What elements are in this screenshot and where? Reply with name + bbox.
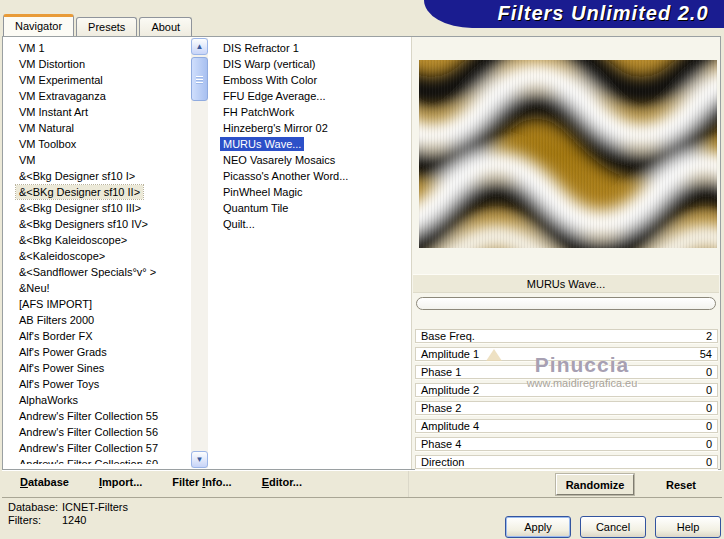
filter-list: DIS Refractor 1DIS Warp (vertical)Emboss… <box>215 40 407 464</box>
parameter-value: 2 <box>706 330 712 342</box>
parameter-label: Amplitude 1 <box>421 348 479 360</box>
import-button[interactable]: Import... <box>99 476 142 488</box>
title-band: Filters Unlimited 2.0 <box>424 0 724 28</box>
parameter-label: Phase 2 <box>421 402 461 414</box>
list-item[interactable]: &<Bkg Designers sf10 IV> <box>16 216 190 232</box>
list-item[interactable]: AlphaWorks <box>16 392 190 408</box>
parameter-slider-amplitude-4[interactable]: Amplitude 40 <box>415 419 718 433</box>
list-item[interactable]: Alf's Power Sines <box>16 360 190 376</box>
scrollbar-thumb[interactable] <box>191 57 208 101</box>
tab-bar: Navigator Presets About <box>3 14 194 36</box>
tab-navigator[interactable]: Navigator <box>3 14 74 36</box>
list-item[interactable]: AB Filters 2000 <box>16 312 190 328</box>
toolbar-divider <box>408 471 409 497</box>
main-panel: VM 1VM DistortionVM ExperimentalVM Extra… <box>2 36 721 470</box>
filter-info-button[interactable]: Filter Info... <box>172 476 231 488</box>
parameter-value: 0 <box>706 420 712 432</box>
category-list: VM 1VM DistortionVM ExperimentalVM Extra… <box>9 40 190 464</box>
parameter-slider-phase-1[interactable]: Phase 10 <box>415 365 718 379</box>
parameter-slider-phase-4[interactable]: Phase 40 <box>415 437 718 451</box>
list-item[interactable]: Alf's Border FX <box>16 328 190 344</box>
parameter-value: 0 <box>706 456 712 468</box>
cancel-button[interactable]: Cancel <box>580 516 646 538</box>
list-item[interactable]: DIS Warp (vertical) <box>220 56 407 72</box>
filters-count-value: 1240 <box>62 514 86 527</box>
list-item[interactable]: FFU Edge Average... <box>220 88 407 104</box>
parameter-label: Phase 4 <box>421 438 461 450</box>
progress-bar <box>416 297 716 310</box>
list-item[interactable]: VM Distortion <box>16 56 190 72</box>
list-item[interactable]: VM Instant Art <box>16 104 190 120</box>
parameter-slider-phase-2[interactable]: Phase 20 <box>415 401 718 415</box>
scroll-down-icon[interactable]: ▼ <box>191 451 208 468</box>
database-status-value: ICNET-Filters <box>62 501 128 514</box>
scroll-up-icon[interactable]: ▲ <box>191 38 208 55</box>
category-list-scrollbar[interactable]: ▲ ▼ <box>191 38 208 468</box>
parameter-label: Base Freq. <box>421 330 475 342</box>
apply-button[interactable]: Apply <box>505 516 571 538</box>
list-item[interactable]: DIS Refractor 1 <box>220 40 407 56</box>
parameter-label: Amplitude 2 <box>421 384 479 396</box>
preview-panel: MURUs Wave... Base Freq.2Amplitude 154Ph… <box>411 37 720 469</box>
list-item[interactable]: VM Toolbox <box>16 136 190 152</box>
parameter-slider-direction[interactable]: Direction0 <box>415 455 718 469</box>
list-item[interactable]: Quilt... <box>220 216 407 232</box>
parameter-sliders: Base Freq.2Amplitude 154Phase 10Amplitud… <box>415 329 718 473</box>
parameter-value: 0 <box>706 366 712 378</box>
database-menu-button[interactable]: Database <box>20 476 69 488</box>
list-item[interactable]: Alf's Power Toys <box>16 376 190 392</box>
preview-image[interactable] <box>419 60 717 248</box>
parameter-value: 54 <box>700 348 712 360</box>
list-item[interactable]: PinWheel Magic <box>220 184 407 200</box>
app-title: Filters Unlimited 2.0 <box>424 0 724 26</box>
list-item[interactable]: MURUs Wave... <box>220 136 407 152</box>
list-item[interactable]: VM <box>16 152 190 168</box>
list-item[interactable]: FH PatchWork <box>220 104 407 120</box>
list-item[interactable]: [AFS IMPORT] <box>16 296 190 312</box>
status-area: Database: ICNET-Filters Filters: 1240 <box>8 501 128 527</box>
bottom-toolbar: Database Import... Filter Info... Editor… <box>2 470 722 498</box>
list-item[interactable]: Picasso's Another Word... <box>220 168 407 184</box>
reset-button[interactable]: Reset <box>652 474 710 495</box>
tab-presets[interactable]: Presets <box>76 17 137 36</box>
list-item[interactable]: Andrew's Filter Collection 56 <box>16 424 190 440</box>
list-item[interactable]: Quantum Tile <box>220 200 407 216</box>
list-item[interactable]: &<Kaleidoscope> <box>16 248 190 264</box>
parameter-label: Amplitude 4 <box>421 420 479 432</box>
parameter-value: 0 <box>706 384 712 396</box>
parameter-slider-amplitude-2[interactable]: Amplitude 20 <box>415 383 718 397</box>
list-item[interactable]: &<Bkg Designer sf10 III> <box>16 200 190 216</box>
list-item[interactable]: &<BKg Designer sf10 II> <box>16 184 190 200</box>
list-item[interactable]: &<Bkg Designer sf10 I> <box>16 168 190 184</box>
list-item[interactable]: VM Extravaganza <box>16 88 190 104</box>
preview-texture <box>419 60 717 248</box>
list-item[interactable]: VM 1 <box>16 40 190 56</box>
list-item[interactable]: VM Experimental <box>16 72 190 88</box>
list-item[interactable]: Alf's Power Grads <box>16 344 190 360</box>
selected-filter-name: MURUs Wave... <box>413 274 719 293</box>
list-item[interactable]: Hinzeberg's Mirror 02 <box>220 120 407 136</box>
parameter-slider-base-freq[interactable]: Base Freq.2 <box>415 329 718 343</box>
list-item[interactable]: Andrew's Filter Collection 60 <box>16 456 190 464</box>
parameter-label: Phase 1 <box>421 366 461 378</box>
editor-button[interactable]: Editor... <box>262 476 302 488</box>
list-item[interactable]: VM Natural <box>16 120 190 136</box>
parameter-slider-amplitude-1[interactable]: Amplitude 154 <box>415 347 718 361</box>
list-item[interactable]: Emboss With Color <box>220 72 407 88</box>
parameter-label: Direction <box>421 456 464 468</box>
tab-about[interactable]: About <box>139 17 192 36</box>
parameter-value: 0 <box>706 402 712 414</box>
help-button[interactable]: Help <box>655 516 721 538</box>
filters-unlimited-window: Filters Unlimited 2.0 Navigator Presets … <box>0 0 724 539</box>
database-status-label: Database: <box>8 501 62 514</box>
list-item[interactable]: Andrew's Filter Collection 57 <box>16 440 190 456</box>
filters-count-label: Filters: <box>8 514 62 527</box>
list-item[interactable]: &Neu! <box>16 280 190 296</box>
slider-thumb[interactable] <box>486 349 502 361</box>
parameter-value: 0 <box>706 438 712 450</box>
randomize-button[interactable]: Randomize <box>556 474 634 495</box>
list-item[interactable]: &<Sandflower Specials°v° > <box>16 264 190 280</box>
list-item[interactable]: &<Bkg Kaleidoscope> <box>16 232 190 248</box>
list-item[interactable]: NEO Vasarely Mosaics <box>220 152 407 168</box>
list-item[interactable]: Andrew's Filter Collection 55 <box>16 408 190 424</box>
